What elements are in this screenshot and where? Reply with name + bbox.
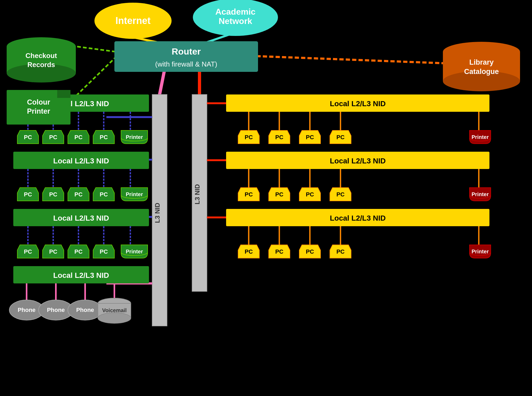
academic-network-label-2: Network [219, 16, 252, 26]
checkout-records-label-1: Checkout [26, 52, 57, 60]
svg-text:PC: PC [100, 191, 108, 198]
svg-text:PC: PC [336, 191, 345, 198]
svg-text:PC: PC [275, 191, 284, 198]
svg-text:Voicemail: Voicemail [102, 307, 127, 313]
library-catalogue-label-2: Catalogue [464, 68, 499, 76]
router-label-1: Router [172, 46, 201, 56]
svg-text:PC: PC [100, 248, 108, 255]
svg-text:PC: PC [74, 134, 83, 141]
svg-text:Printer: Printer [126, 191, 143, 197]
yellow-nid-1-label: Local L2/L3 NID [330, 100, 386, 108]
colour-printer-label-2: Printer [27, 107, 50, 115]
voicemail-bottom [98, 313, 131, 323]
svg-text:Phone: Phone [76, 307, 94, 313]
svg-text:PC: PC [74, 191, 83, 198]
green-nid-4-label: Local L2/L3 NID [53, 271, 109, 279]
svg-text:PC: PC [24, 248, 32, 255]
svg-text:PC: PC [49, 248, 57, 255]
svg-text:PC: PC [24, 191, 32, 198]
svg-text:Printer: Printer [472, 249, 489, 254]
svg-text:PC: PC [245, 248, 253, 255]
svg-text:PC: PC [100, 134, 108, 141]
yellow-nid-2-label: Local L2/L3 NID [330, 157, 386, 165]
library-catalogue-label-1: Library [469, 58, 494, 66]
svg-text:PC: PC [336, 134, 345, 141]
l3nid-left-label: L3 NID [154, 203, 161, 223]
svg-text:Printer: Printer [126, 134, 143, 140]
yellow-nid-3-label: Local L2/L3 NID [330, 214, 386, 222]
checkout-records-label-2: Records [27, 61, 55, 69]
colour-printer-label-1: Colour [27, 98, 50, 106]
svg-text:PC: PC [245, 191, 253, 198]
svg-text:Printer: Printer [472, 134, 489, 140]
svg-text:PC: PC [24, 134, 32, 141]
svg-text:PC: PC [49, 134, 57, 141]
svg-text:PC: PC [245, 134, 253, 141]
svg-text:PC: PC [49, 191, 57, 198]
l3nid-right-label: L3 NID [194, 184, 201, 204]
svg-text:PC: PC [74, 248, 83, 255]
colour-printer-fold [57, 90, 70, 98]
academic-network-label: Academic [215, 7, 255, 16]
svg-text:Phone: Phone [47, 307, 65, 313]
router-label-2: (with firewall & NAT) [155, 60, 217, 68]
internet-label: Internet [115, 15, 151, 26]
svg-text:PC: PC [336, 248, 345, 255]
svg-text:Printer: Printer [126, 249, 143, 254]
svg-text:PC: PC [306, 134, 314, 141]
svg-text:PC: PC [306, 248, 314, 255]
svg-text:PC: PC [275, 248, 284, 255]
svg-text:PC: PC [275, 134, 284, 141]
green-nid-3-label: Local L2/L3 NID [53, 214, 109, 222]
svg-text:PC: PC [306, 191, 314, 198]
svg-text:Phone: Phone [18, 307, 35, 313]
green-nid-2-label: Local L2/L3 NID [53, 157, 109, 165]
svg-text:Printer: Printer [472, 191, 489, 197]
